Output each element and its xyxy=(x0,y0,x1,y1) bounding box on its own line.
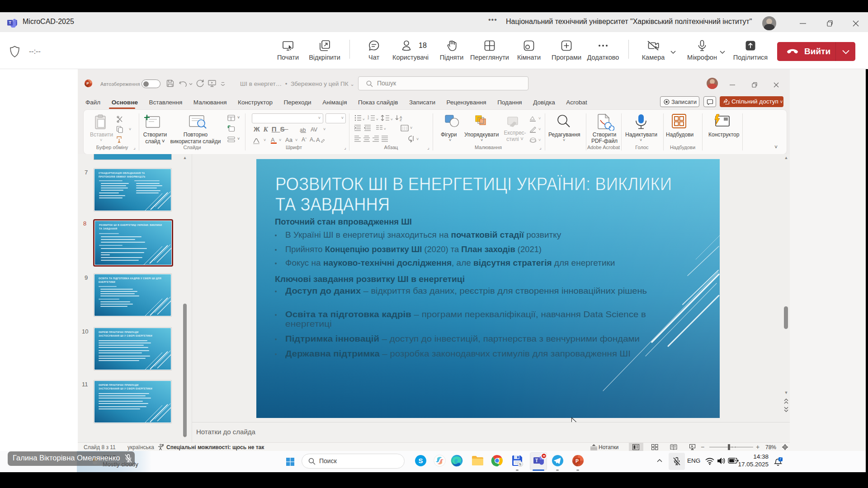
svg-text:T: T xyxy=(9,20,12,25)
svg-text:2: 2 xyxy=(368,117,369,120)
svg-text:˅: ˅ xyxy=(391,117,393,122)
svg-text:T: T xyxy=(535,458,538,463)
svg-text:Aa: Aa xyxy=(285,136,293,143)
svg-text:Z: Z xyxy=(400,118,402,122)
svg-text:Ґ: Ґ xyxy=(780,457,782,461)
svg-text:˅: ˅ xyxy=(384,127,386,131)
svg-text:S: S xyxy=(418,457,423,465)
svg-text:P: P xyxy=(576,458,579,464)
svg-text:˅: ˅ xyxy=(376,117,378,122)
svg-text:A: A xyxy=(316,136,320,143)
svg-text:ab: ab xyxy=(300,127,306,133)
svg-text:˅: ˅ xyxy=(363,117,365,122)
svg-text:^: ^ xyxy=(305,137,307,140)
svg-text:⇅: ⇅ xyxy=(519,463,522,466)
svg-text:A: A xyxy=(302,136,305,143)
svg-text:А: А xyxy=(271,136,275,143)
svg-text:P: P xyxy=(87,81,90,85)
svg-text:AV: AV xyxy=(311,127,317,133)
svg-text:A: A xyxy=(310,136,313,143)
svg-text:˅: ˅ xyxy=(313,140,315,143)
